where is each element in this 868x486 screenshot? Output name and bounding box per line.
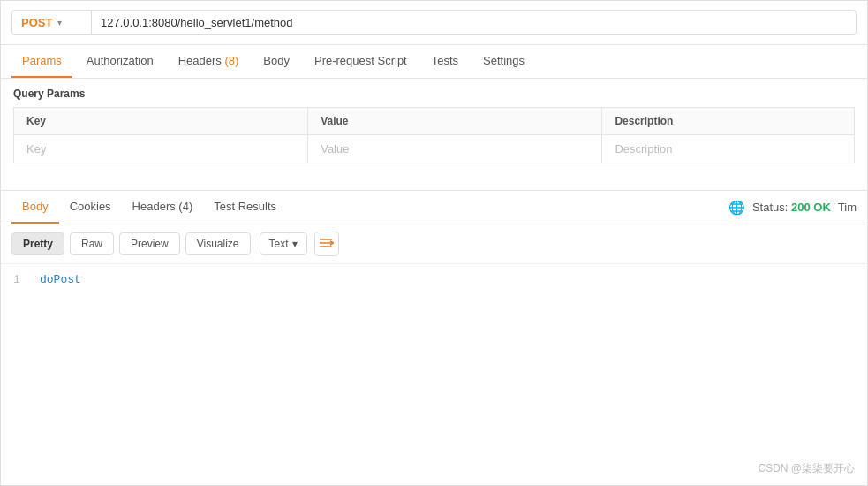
pretty-button[interactable]: Pretty <box>11 232 64 255</box>
time-label: Tim <box>838 201 857 214</box>
request-tabs: Params Authorization Headers (8) Body Pr… <box>1 45 867 79</box>
tab-settings[interactable]: Settings <box>472 45 535 78</box>
method-selector[interactable]: POST ▾ <box>11 10 91 35</box>
query-params-title: Query Params <box>1 79 867 107</box>
code-line-1: 1 doPost <box>13 273 855 286</box>
params-table-wrapper: Key Value Description Key Value Descript… <box>1 107 867 163</box>
wrap-lines-icon <box>320 238 334 250</box>
response-section: Body Cookies Headers (4) Test Results 🌐 … <box>1 191 867 295</box>
key-cell[interactable]: Key <box>14 135 308 163</box>
params-table: Key Value Description Key Value Descript… <box>13 107 855 163</box>
resp-tab-headers[interactable]: Headers (4) <box>122 191 204 224</box>
globe-icon: 🌐 <box>728 200 745 216</box>
response-tabs-bar: Body Cookies Headers (4) Test Results 🌐 … <box>1 191 867 224</box>
tab-prerequest[interactable]: Pre-request Script <box>304 45 418 78</box>
format-dropdown[interactable]: Text ▾ <box>260 232 307 255</box>
description-cell[interactable]: Description <box>602 135 855 163</box>
resp-tab-body[interactable]: Body <box>11 191 59 224</box>
status-value: 200 OK <box>791 201 831 214</box>
tab-tests[interactable]: Tests <box>421 45 469 78</box>
visualize-button[interactable]: Visualize <box>185 232 251 255</box>
resp-tab-cookies[interactable]: Cookies <box>59 191 122 224</box>
tab-authorization[interactable]: Authorization <box>76 45 164 78</box>
preview-button[interactable]: Preview <box>119 232 180 255</box>
value-cell[interactable]: Value <box>308 135 602 163</box>
response-status-bar: 🌐 Status: 200 OK Tim <box>728 200 857 216</box>
tab-body[interactable]: Body <box>253 45 300 78</box>
col-header-description: Description <box>602 108 855 135</box>
tab-params[interactable]: Params <box>11 45 72 78</box>
table-header-row: Key Value Description <box>14 108 855 135</box>
code-output: 1 doPost <box>1 264 867 295</box>
resp-tab-testresults[interactable]: Test Results <box>203 191 287 224</box>
raw-button[interactable]: Raw <box>70 232 114 255</box>
method-label: POST <box>21 16 52 29</box>
watermark: CSDN @柒柒要开心 <box>758 461 855 476</box>
code-value: doPost <box>40 273 81 286</box>
chevron-down-icon: ▾ <box>292 238 298 250</box>
tab-headers[interactable]: Headers (8) <box>168 45 250 78</box>
format-dropdown-label: Text <box>269 238 289 250</box>
url-input[interactable] <box>91 10 857 35</box>
wrap-button[interactable] <box>314 232 339 256</box>
col-header-key: Key <box>14 108 308 135</box>
status-label: Status: 200 OK <box>752 201 831 214</box>
table-row: Key Value Description <box>14 135 855 163</box>
chevron-down-icon: ▾ <box>57 18 62 27</box>
url-bar: POST ▾ <box>1 1 867 45</box>
response-body-toolbar: Pretty Raw Preview Visualize Text ▾ <box>1 224 867 264</box>
line-number: 1 <box>13 273 27 286</box>
col-header-value: Value <box>308 108 602 135</box>
